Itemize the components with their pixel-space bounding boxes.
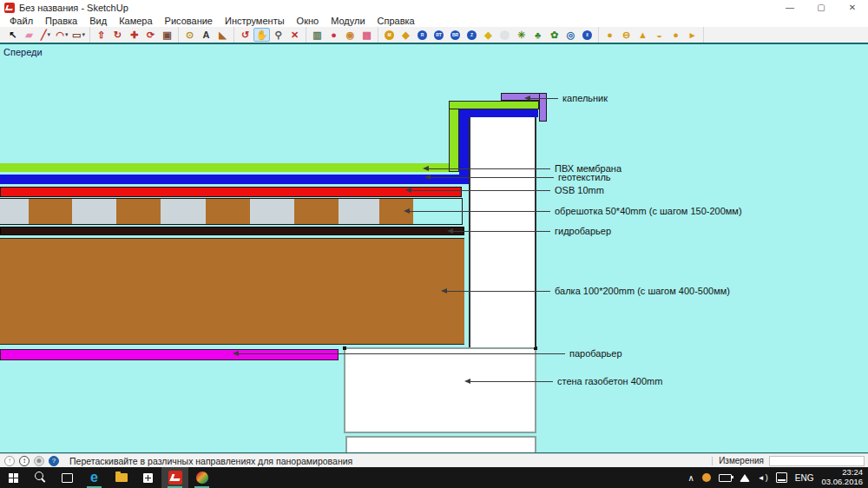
rotate-tool-icon[interactable]: ⟳ — [142, 28, 159, 42]
search-button[interactable] — [27, 467, 54, 488]
edge-button[interactable] — [81, 467, 108, 488]
toolbar: ↖▰╱▾◠▾▭▾⇧↻✚⟳▣⊙A◣↺✋⚲✕▥●◉▩M◆RRTBRZ◆✳♣✿◎‖●⊖… — [0, 27, 868, 43]
styles-window-icon[interactable]: ● — [326, 28, 342, 42]
taskbar: ∧ ENG 23:24 03.06.2016 — [0, 467, 868, 488]
zoom-extents-tool-icon[interactable]: ✕ — [286, 28, 303, 42]
leader-arrow-icon — [233, 351, 239, 356]
orientation-icon[interactable]: ↕ — [19, 456, 30, 466]
components-window-icon[interactable]: ◉ — [342, 28, 358, 42]
orbit-tool-icon[interactable]: ↺ — [237, 28, 253, 42]
render-cone-2-icon[interactable]: ▸ — [684, 28, 700, 42]
viewport-canvas[interactable]: Спереди — [0, 43, 868, 453]
menu-item-window[interactable]: Окно — [291, 15, 326, 27]
follow-me-tool-icon[interactable]: ↻ — [109, 28, 126, 42]
leader-arrow-icon — [447, 228, 453, 234]
arc-tool-icon[interactable]: ◠▾ — [54, 28, 70, 42]
folder-icon — [115, 473, 128, 482]
line-tool-icon[interactable]: ╱▾ — [37, 28, 54, 42]
menu-item-camera[interactable]: Камера — [113, 15, 158, 27]
shapes-tool-icon[interactable]: ▭▾ — [70, 28, 87, 42]
paint-bucket-tool-icon[interactable]: ◣ — [214, 28, 231, 42]
annotation-hydro-barrier: гидробарьер — [447, 228, 611, 234]
close-button[interactable]: ✕ — [837, 0, 868, 15]
tape-measure-tool-icon[interactable]: ⊙ — [181, 28, 198, 42]
batten-gap — [161, 199, 206, 224]
render-hemisphere-icon[interactable]: ◒ — [651, 28, 667, 42]
sign-in-icon[interactable]: ☻ — [34, 456, 44, 466]
window-title: Без названия - SketchUp — [19, 3, 128, 13]
tray-expand-icon[interactable]: ∧ — [688, 473, 694, 483]
plugin-z-coin-icon[interactable]: Z — [464, 28, 480, 42]
store-icon — [143, 473, 153, 483]
batten-gap — [339, 199, 379, 224]
taskview-icon — [62, 473, 73, 483]
action-center-icon[interactable] — [776, 472, 787, 483]
menu-item-help[interactable]: Справка — [372, 15, 421, 27]
plugin-bug-icon[interactable]: ✳ — [513, 28, 529, 42]
plugin-white-sphere-icon[interactable] — [496, 28, 513, 42]
plugin-plant-b-icon[interactable]: ✿ — [546, 28, 562, 42]
plugin-pause-coin-icon[interactable]: ‖ — [579, 28, 595, 42]
menu-item-draw[interactable]: Рисование — [159, 15, 219, 27]
battens-row — [0, 198, 463, 225]
scale-tool-icon[interactable]: ▣ — [159, 28, 175, 42]
eraser-tool-icon[interactable]: ▰ — [21, 28, 37, 42]
osb-layer — [0, 187, 462, 197]
move-tool-icon[interactable]: ✚ — [126, 28, 142, 42]
scene-window-icon[interactable]: ▥ — [309, 28, 326, 42]
minimize-button[interactable]: — — [774, 0, 806, 15]
render-cone-icon[interactable]: ▲ — [635, 28, 651, 42]
measurements-label: Измерения — [719, 456, 764, 465]
render-sphere-2-icon[interactable]: ● — [667, 28, 684, 42]
view-label: Спереди — [3, 47, 43, 57]
annotation-beam: балка 100*200mm (с шагом 400-500мм) — [441, 287, 730, 294]
push-pull-tool-icon[interactable]: ⇧ — [93, 28, 109, 42]
menu-item-edit[interactable]: Правка — [39, 15, 83, 27]
plugin-rt-coin-icon[interactable]: RT — [431, 28, 447, 42]
plugin-br-coin-icon[interactable]: BR — [447, 28, 464, 42]
annotation-pvc-membrane: ПВХ мембрана — [423, 165, 621, 172]
zoom-tool-icon[interactable]: ⚲ — [270, 28, 286, 42]
measurements-input[interactable] — [769, 456, 865, 466]
paint-button[interactable] — [188, 467, 215, 488]
plugin-m-coin-icon[interactable]: M — [381, 28, 398, 42]
render-saucer-icon[interactable]: ⊖ — [618, 28, 635, 42]
model-info-window-icon[interactable]: ▩ — [358, 28, 375, 42]
tray-app-orange-icon[interactable] — [702, 473, 711, 482]
menu-bar: ФайлПравкаВидКамераРисованиеИнструментыО… — [0, 15, 868, 27]
geolocate-icon[interactable]: ↑ — [4, 456, 15, 466]
sketchup-button[interactable] — [161, 467, 188, 488]
start-button[interactable] — [0, 467, 27, 488]
battery-icon[interactable] — [719, 474, 732, 482]
plugin-globe-icon[interactable]: ◎ — [562, 28, 579, 42]
menu-item-plugins[interactable]: Модули — [325, 15, 371, 27]
plugin-gold-tag-icon[interactable]: ◆ — [398, 28, 414, 42]
menu-item-view[interactable]: Вид — [83, 15, 113, 27]
sketchup-logo-icon — [4, 3, 15, 13]
leader-arrow-icon — [424, 175, 431, 180]
language-indicator[interactable]: ENG — [795, 473, 814, 483]
maximize-button[interactable]: ▢ — [806, 0, 837, 15]
plugin-plant-a-icon[interactable]: ♣ — [529, 28, 546, 42]
volume-icon[interactable] — [758, 473, 768, 482]
leader-arrow-icon — [405, 188, 411, 193]
plugin-r-coin-icon[interactable]: R — [414, 28, 431, 42]
batten-gap — [250, 199, 294, 224]
window-controls: — ▢ ✕ — [774, 0, 868, 15]
store-button[interactable] — [135, 467, 161, 488]
pan-tool-icon[interactable]: ✋ — [253, 28, 270, 42]
clock[interactable]: 23:24 03.06.2016 — [821, 468, 863, 487]
text-tool-icon[interactable]: A — [198, 28, 214, 42]
render-sphere-icon[interactable]: ● — [602, 28, 618, 42]
batten-block — [294, 199, 339, 224]
select-tool-icon[interactable]: ↖ — [4, 28, 21, 42]
menu-item-tools[interactable]: Инструменты — [219, 15, 291, 27]
wifi-icon[interactable] — [740, 474, 750, 482]
taskview-button[interactable] — [54, 467, 81, 488]
folder-button[interactable] — [108, 467, 135, 488]
menu-item-file[interactable]: Файл — [3, 15, 39, 27]
plugin-k-tag-icon[interactable]: ◆ — [480, 28, 496, 42]
help-icon[interactable]: ? — [49, 456, 59, 466]
batten-block — [206, 199, 250, 224]
search-icon — [35, 472, 43, 480]
